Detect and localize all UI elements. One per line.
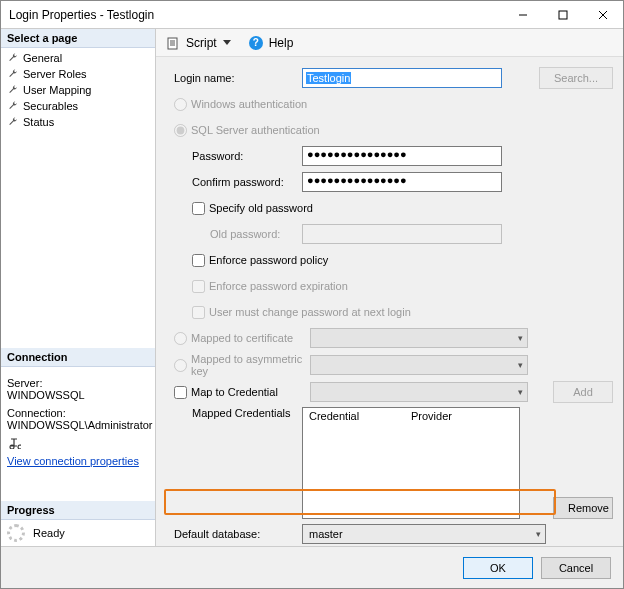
col-credential: Credential: [309, 410, 411, 422]
view-connection-properties-link[interactable]: View connection properties: [7, 455, 139, 467]
map-credential-checkbox[interactable]: [174, 386, 187, 399]
close-button[interactable]: [583, 1, 623, 29]
help-icon: ?: [249, 36, 263, 50]
wrench-icon: [7, 116, 19, 128]
old-password-input: [302, 224, 502, 244]
content-pane: Script ? Help Login name: Testlogin Sear…: [156, 29, 623, 546]
wrench-icon: [7, 52, 19, 64]
mapped-cert-radio: [174, 332, 187, 345]
must-change-label: User must change password at next login: [209, 306, 411, 318]
mapped-cert-label: Mapped to certificate: [191, 332, 310, 344]
toolbar: Script ? Help: [156, 29, 623, 57]
login-name-input[interactable]: Testlogin: [302, 68, 502, 88]
ok-button[interactable]: OK: [463, 557, 533, 579]
must-change-checkbox: [192, 306, 205, 319]
server-label: Server:: [7, 377, 149, 389]
wrench-icon: [7, 100, 19, 112]
script-button[interactable]: Script: [186, 36, 217, 50]
credential-combo: ▾: [310, 382, 528, 402]
windows-auth-radio: [174, 98, 187, 111]
nav-securables[interactable]: Securables: [1, 98, 155, 114]
password-input[interactable]: ●●●●●●●●●●●●●●●: [302, 146, 502, 166]
search-button: Search...: [539, 67, 613, 89]
chevron-down-icon: ▾: [518, 387, 523, 397]
sidebar: Select a page General Server Roles User …: [1, 29, 156, 546]
nav-user-mapping[interactable]: User Mapping: [1, 82, 155, 98]
help-button[interactable]: Help: [269, 36, 294, 50]
titlebar: Login Properties - Testlogin: [1, 1, 623, 29]
default-database-value: master: [309, 528, 343, 540]
nav-general[interactable]: General: [1, 50, 155, 66]
mapped-asym-label: Mapped to asymmetric key: [191, 353, 310, 377]
nav-label: User Mapping: [23, 84, 91, 96]
old-password-label: Old password:: [174, 228, 302, 240]
progress-label: Ready: [33, 527, 65, 539]
connection-props-icon: [7, 437, 21, 451]
wrench-icon: [7, 68, 19, 80]
page-nav: General Server Roles User Mapping Secura…: [1, 48, 155, 132]
wrench-icon: [7, 84, 19, 96]
confirm-password-input[interactable]: ●●●●●●●●●●●●●●●: [302, 172, 502, 192]
select-page-header: Select a page: [1, 29, 155, 48]
enforce-expiration-label: Enforce password expiration: [209, 280, 348, 292]
default-database-label: Default database:: [174, 528, 302, 540]
progress-status: Ready: [1, 520, 155, 546]
enforce-expiration-checkbox: [192, 280, 205, 293]
nav-label: Securables: [23, 100, 78, 112]
enforce-policy-checkbox[interactable]: [192, 254, 205, 267]
col-provider: Provider: [411, 410, 513, 422]
add-button: Add: [553, 381, 613, 403]
minimize-button[interactable]: [503, 1, 543, 29]
dialog-footer: OK Cancel: [1, 546, 623, 588]
script-icon: [166, 36, 180, 50]
confirm-password-value: ●●●●●●●●●●●●●●●: [307, 174, 407, 186]
asym-combo: ▾: [310, 355, 528, 375]
connection-info: Server: WINDOWSSQL Connection: WINDOWSSQ…: [1, 367, 155, 471]
nav-label: General: [23, 52, 62, 64]
nav-server-roles[interactable]: Server Roles: [1, 66, 155, 82]
server-value: WINDOWSSQL: [7, 389, 149, 401]
svg-rect-1: [559, 11, 567, 19]
progress-header: Progress: [1, 501, 155, 520]
enforce-policy-label: Enforce password policy: [209, 254, 328, 266]
window-title: Login Properties - Testlogin: [9, 8, 503, 22]
mapped-credentials-list[interactable]: Credential Provider: [302, 407, 520, 519]
specify-old-password-label: Specify old password: [209, 202, 313, 214]
map-credential-label: Map to Credential: [191, 386, 310, 398]
script-dropdown-icon[interactable]: [223, 40, 231, 45]
chevron-down-icon: ▾: [518, 333, 523, 343]
specify-old-password-checkbox[interactable]: [192, 202, 205, 215]
cert-combo: ▾: [310, 328, 528, 348]
nav-status[interactable]: Status: [1, 114, 155, 130]
connection-value: WINDOWSSQL\Administrator: [7, 419, 149, 431]
sql-auth-label: SQL Server authentication: [191, 124, 320, 136]
mapped-asym-radio: [174, 359, 187, 372]
default-database-combo[interactable]: master ▾: [302, 524, 546, 544]
chevron-down-icon: ▾: [536, 529, 541, 539]
password-value: ●●●●●●●●●●●●●●●: [307, 148, 407, 160]
chevron-down-icon: ▾: [518, 360, 523, 370]
sql-auth-radio: [174, 124, 187, 137]
maximize-button[interactable]: [543, 1, 583, 29]
nav-label: Server Roles: [23, 68, 87, 80]
login-name-label: Login name:: [174, 72, 302, 84]
password-label: Password:: [174, 150, 302, 162]
windows-auth-label: Windows authentication: [191, 98, 307, 110]
confirm-password-label: Confirm password:: [174, 176, 302, 188]
nav-label: Status: [23, 116, 54, 128]
remove-button[interactable]: Remove: [553, 497, 613, 519]
connection-label: Connection:: [7, 407, 149, 419]
connection-header: Connection: [1, 348, 155, 367]
progress-spinner-icon: [7, 524, 25, 542]
form-area: Login name: Testlogin Search... Windows …: [156, 57, 623, 546]
mapped-credentials-label: Mapped Credentials: [174, 407, 302, 419]
cancel-button[interactable]: Cancel: [541, 557, 611, 579]
login-name-value: Testlogin: [306, 72, 351, 84]
